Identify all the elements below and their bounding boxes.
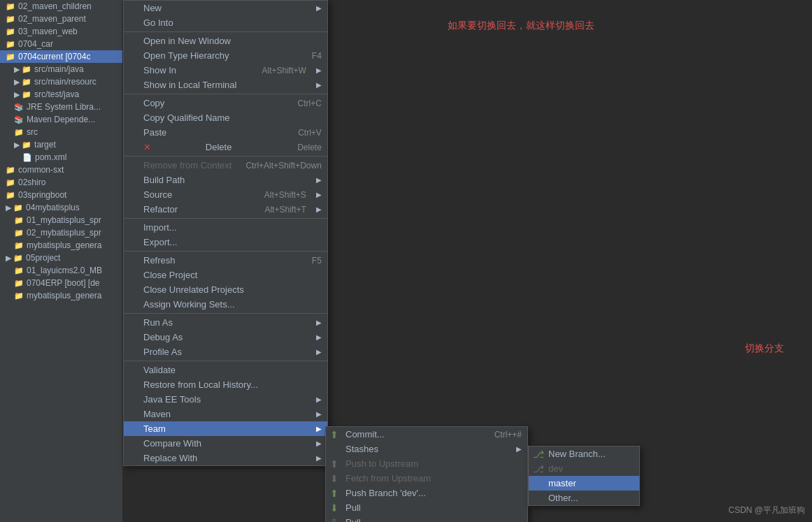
menu-item-show-in-terminal[interactable]: Show in Local Terminal ▶ (124, 78, 327, 92)
separator (124, 94, 327, 94)
folder-icon: ▶ 📁 (6, 203, 23, 212)
menu-item-close-project[interactable]: Close Project (124, 268, 327, 282)
team-menu-commit[interactable]: ⬆ Commit... Ctrl++# (326, 427, 527, 442)
menu-item-show-in[interactable]: Show In Alt+Shift+W ▶ (124, 63, 327, 78)
menu-item-run-as[interactable]: Run As ▶ (124, 315, 327, 330)
menu-item-open-type-hierarchy[interactable]: Open Type Hierarchy F4 (124, 48, 327, 63)
switchto-submenu: ⎇ New Branch... ⎇ dev master Other... (528, 446, 640, 506)
sidebar-item-03springboot[interactable]: 📁 03springboot (0, 189, 122, 201)
menu-item-build-path[interactable]: Build Path ▶ (124, 173, 327, 187)
sidebar-item-mybatisplus-genera1[interactable]: 📁 mybatisplus_genera (0, 239, 122, 252)
sidebar-item-common-sxt[interactable]: 📁 common-sxt (0, 164, 122, 176)
menu-item-restore-history[interactable]: Restore from Local History... (124, 377, 327, 392)
push-branch-icon: ⬆ (330, 488, 339, 499)
menu-item-paste[interactable]: Paste Ctrl+V (124, 125, 327, 140)
menu-item-import[interactable]: Import... (124, 220, 327, 235)
commit-icon: ⬆ (330, 429, 339, 440)
sidebar-item-0704current[interactable]: 📁 0704current [0704c (0, 50, 122, 63)
switchto-new-branch[interactable]: ⎇ New Branch... (529, 447, 639, 461)
context-menu-primary: New ▶ Go Into Open in New Window Open Ty… (123, 0, 328, 466)
sidebar-item-04mybatisplus[interactable]: ▶ 📁 04mybatisplus (0, 201, 122, 214)
team-menu-fetch-upstream[interactable]: ⬇ Fetch from Upstream (326, 471, 527, 486)
menu-item-validate[interactable]: Validate (124, 363, 327, 377)
submenu-arrow-icon: ▶ (316, 333, 322, 341)
menu-item-replace-with[interactable]: Replace With ▶ (124, 451, 327, 465)
switchto-other[interactable]: Other... (529, 491, 639, 505)
sidebar-item-03maven-web[interactable]: 📁 03_maven_web (0, 25, 122, 38)
menu-item-team[interactable]: Team ▶ (124, 421, 327, 436)
sidebar-item-01layuicms[interactable]: 📁 01_layuicms2.0_MB (0, 264, 122, 277)
menu-item-remove-context[interactable]: Remove from Context Ctrl+Alt+Shift+Down (124, 158, 327, 173)
folder-icon: 📁 (6, 166, 15, 175)
file-icon: 📄 (22, 153, 32, 162)
menu-item-copy-qualified[interactable]: Copy Qualified Name (124, 110, 327, 125)
menu-item-delete[interactable]: ✕ Delete Delete (124, 140, 327, 154)
menu-item-new[interactable]: New ▶ (124, 1, 327, 15)
sidebar-item-0704erp[interactable]: 📁 0704ERP [boot] [de (0, 277, 122, 289)
menu-item-export[interactable]: Export... (124, 235, 327, 249)
submenu-arrow-icon: ▶ (316, 425, 322, 433)
sidebar-item-0704car[interactable]: 📁 0704_car (0, 38, 122, 50)
library-icon: 📚 (14, 103, 24, 112)
folder-icon: 📁 (14, 291, 24, 300)
sidebar-item-02maven-children[interactable]: 📁 02_maven_children (0, 0, 122, 13)
menu-item-refactor[interactable]: Refactor Alt+Shift+T ▶ (124, 202, 327, 217)
shortcut-label: Alt+Shift+W (262, 66, 306, 75)
separator (124, 156, 327, 157)
sidebar-item-jre-library[interactable]: 📚 JRE System Libra... (0, 101, 122, 113)
menu-item-copy[interactable]: Copy Ctrl+C (124, 96, 327, 110)
menu-item-refresh[interactable]: Refresh F5 (124, 253, 327, 268)
folder-icon: 📁 (6, 27, 15, 36)
folder-icon: ▶ 📁 (14, 78, 31, 87)
menu-item-maven[interactable]: Maven ▶ (124, 407, 327, 421)
submenu-arrow-icon: ▶ (316, 348, 322, 356)
sidebar-item-05project[interactable]: ▶ 📁 05project (0, 252, 122, 264)
team-menu-push-upstream[interactable]: ⬆ Push to Upstream (326, 456, 527, 471)
sidebar-item-src-main-resources[interactable]: ▶ 📁 src/main/resourc (0, 75, 122, 88)
new-branch-icon: ⎇ (533, 449, 544, 460)
sidebar-item-maven-dependencies[interactable]: 📚 Maven Depende... (0, 113, 122, 126)
sidebar-item-src-main-java[interactable]: ▶ 📁 src/main/java (0, 63, 122, 75)
team-menu-push-branch[interactable]: ⬆ Push Branch 'dev'... (326, 486, 527, 500)
sidebar-item-pomxml[interactable]: 📄 pom.xml (0, 151, 122, 164)
folder-icon: 📁 (14, 241, 24, 250)
menu-item-javaee-tools[interactable]: Java EE Tools ▶ (124, 392, 327, 407)
sidebar-item-target[interactable]: ▶ 📁 target (0, 138, 122, 151)
menu-item-profile-as[interactable]: Profile As ▶ (124, 345, 327, 359)
submenu-arrow-icon: ▶ (316, 454, 322, 462)
shortcut-label: Delete (297, 143, 322, 152)
separator (124, 218, 327, 219)
folder-icon: 📁 (6, 52, 15, 61)
submenu-arrow-icon: ▶ (316, 396, 322, 403)
sidebar-item-01mybatisplus-spr[interactable]: 📁 01_mybatisplus_spr (0, 214, 122, 226)
submenu-arrow-icon: ▶ (316, 66, 322, 74)
sidebar-item-02maven-parent[interactable]: 📁 02_maven_parent (0, 13, 122, 25)
sidebar-item-02shiro[interactable]: 📁 02shiro (0, 176, 122, 189)
menu-item-close-unrelated[interactable]: Close Unrelated Projects (124, 282, 327, 297)
menu-item-go-into[interactable]: Go Into (124, 15, 327, 30)
team-menu-stashes[interactable]: Stashes ▶ (326, 442, 527, 456)
separator (124, 31, 327, 32)
menu-item-source[interactable]: Source Alt+Shift+S ▶ (124, 187, 327, 202)
sidebar-item-src-test-java[interactable]: ▶ 📁 src/test/java (0, 88, 122, 101)
team-menu-pull[interactable]: ⬇ Pull (326, 500, 527, 515)
switchto-master[interactable]: master (529, 476, 639, 491)
annotation-branch: 切换分支 (745, 342, 784, 355)
menu-item-debug-as[interactable]: Debug As ▶ (124, 330, 327, 345)
sidebar-item-02mybatisplus-spr[interactable]: 📁 02_mybatisplus_spr (0, 226, 122, 239)
push-icon: ⬆ (330, 458, 339, 470)
separator (124, 313, 327, 314)
sidebar-item-mybatisplus-genera2[interactable]: 📁 mybatisplus_genera (0, 289, 122, 302)
menu-item-open-new-window[interactable]: Open in New Window (124, 34, 327, 48)
shortcut-label: Ctrl++# (494, 430, 522, 440)
submenu-arrow-icon: ▶ (316, 176, 322, 184)
submenu-arrow-icon: ▶ (316, 319, 322, 326)
switchto-dev[interactable]: ⎇ dev (529, 461, 639, 476)
menu-item-compare-with[interactable]: Compare With ▶ (124, 436, 327, 451)
folder-icon: 📁 (14, 266, 24, 275)
team-menu-pull-dialog[interactable]: ⇩ Pull... (326, 515, 527, 522)
shortcut-label: Ctrl+C (297, 99, 321, 108)
menu-item-assign-working-sets[interactable]: Assign Working Sets... (124, 297, 327, 312)
folder-icon: 📁 (6, 15, 15, 24)
sidebar-item-src[interactable]: 📁 src (0, 126, 122, 138)
